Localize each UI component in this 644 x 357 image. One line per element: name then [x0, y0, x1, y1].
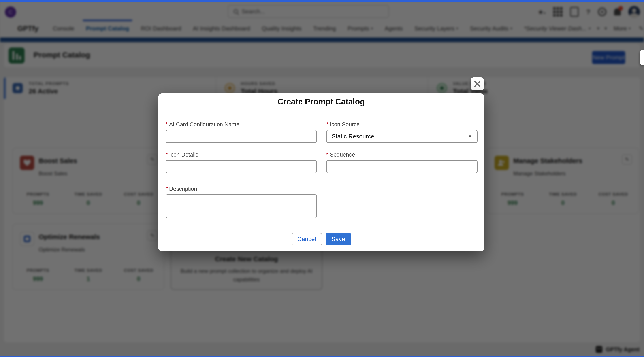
- required-asterisk: *: [326, 121, 328, 127]
- cancel-button[interactable]: Cancel: [292, 233, 322, 245]
- field-label-icon-details: *Icon Details: [166, 151, 317, 158]
- field-label-ai-card-configuration-name: *AI Card Configuration Name: [166, 121, 317, 128]
- required-asterisk: *: [166, 186, 168, 192]
- required-asterisk: *: [326, 151, 328, 158]
- modal-footer: Cancel Save: [158, 227, 484, 251]
- modal-title: Create Prompt Catalog: [278, 97, 365, 106]
- modal-body: *AI Card Configuration Name *Icon Source…: [166, 110, 478, 219]
- sequence-input[interactable]: [326, 160, 478, 173]
- modal-close-button[interactable]: [471, 77, 484, 90]
- select-dropdown-triangle-icon: ▼: [468, 134, 472, 139]
- close-icon: [474, 80, 481, 87]
- docked-side-button[interactable]: [640, 50, 644, 65]
- bottom-brand-strip: [0, 356, 644, 357]
- create-prompt-catalog-modal: Create Prompt Catalog *AI Card Configura…: [158, 93, 484, 251]
- ai-card-configuration-name-input[interactable]: [166, 130, 317, 143]
- modal-header: Create Prompt Catalog: [158, 93, 484, 110]
- field-label-sequence: *Sequence: [326, 151, 478, 158]
- top-brand-strip: [0, 0, 644, 1]
- icon-details-input[interactable]: [166, 160, 317, 173]
- screen: C Search... ★▾ ? GPTfy Console Prompt Ca…: [0, 0, 644, 357]
- field-label-icon-source: *Icon Source: [326, 121, 478, 128]
- save-button[interactable]: Save: [326, 233, 351, 245]
- icon-source-select[interactable]: Static Resource ▼: [326, 130, 478, 143]
- icon-source-value: Static Resource: [332, 133, 374, 140]
- required-asterisk: *: [166, 151, 168, 158]
- description-textarea[interactable]: [166, 194, 317, 218]
- field-label-description: *Description: [166, 186, 317, 192]
- required-asterisk: *: [166, 121, 168, 127]
